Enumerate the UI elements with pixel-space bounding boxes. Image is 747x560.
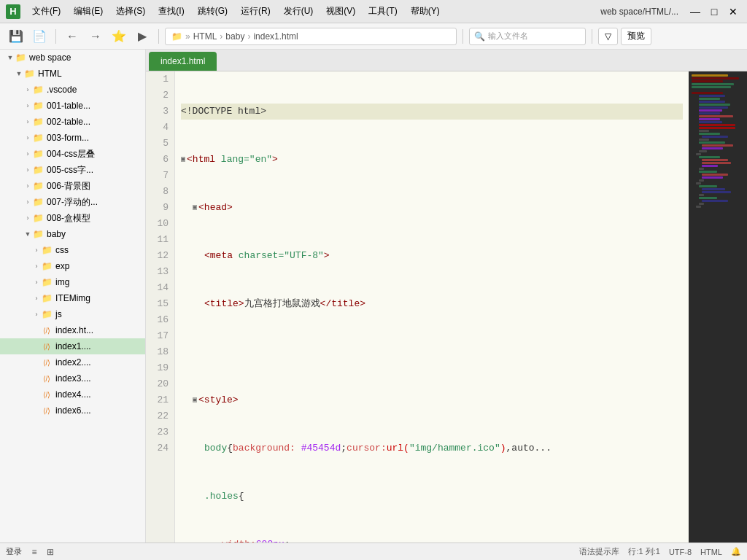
- menu-item[interactable]: 视图(V): [320, 4, 361, 19]
- breadcrumb-baby[interactable]: baby: [225, 31, 244, 42]
- preview-button[interactable]: 预览: [621, 28, 651, 45]
- maximize-button[interactable]: □: [706, 4, 722, 20]
- sidebar-item-index[interactable]: › ⟨/⟩ index.ht...: [0, 322, 145, 338]
- menu-item[interactable]: 运行(R): [235, 4, 276, 19]
- sidebar-item-index1[interactable]: › ⟨/⟩ index1....: [0, 338, 145, 354]
- new-file-button[interactable]: 📄: [29, 26, 50, 47]
- sidebar-label-img: img: [55, 277, 69, 287]
- folder-icon: 📁: [32, 212, 44, 224]
- sidebar-item-css[interactable]: › 📁 css: [0, 242, 145, 258]
- folder-icon: 📁: [41, 260, 53, 272]
- sidebar-item-003[interactable]: › 📁 003-form...: [0, 130, 145, 146]
- folder-icon: 📁: [32, 132, 44, 144]
- login-button[interactable]: 登录: [6, 546, 22, 557]
- menu-item[interactable]: 工具(T): [363, 4, 403, 19]
- sidebar-item-index2[interactable]: › ⟨/⟩ index2....: [0, 354, 145, 370]
- toolbar-separator-4: [592, 29, 592, 44]
- sidebar-item-js[interactable]: › 📁 js: [0, 306, 145, 322]
- sidebar-item-005[interactable]: › 📁 005-css字...: [0, 162, 145, 178]
- sidebar-label-001: 001-table...: [47, 101, 90, 111]
- cursor-position: 行:1 列:1: [628, 546, 659, 557]
- tree-expand-icon: ›: [23, 101, 32, 110]
- breadcrumb-html[interactable]: HTML: [193, 31, 217, 42]
- sidebar-label-index4: index4....: [55, 389, 91, 400]
- menu-item[interactable]: 编辑(E): [68, 4, 109, 19]
- folder-icon: 📁: [32, 196, 44, 208]
- sidebar-item-006[interactable]: › 📁 006-背景图: [0, 178, 145, 194]
- window-controls: — □ ✕: [687, 4, 741, 20]
- tree-expand-icon: ›: [23, 133, 32, 142]
- tree-expand-icon: ›: [23, 149, 32, 158]
- menu-item[interactable]: 文件(F): [26, 4, 66, 19]
- list-icon[interactable]: ≡: [28, 545, 41, 559]
- sidebar-item-001[interactable]: › 📁 001-table...: [0, 98, 145, 114]
- sidebar-label-008: 008-盒模型: [47, 212, 90, 225]
- sidebar-item-index4[interactable]: › ⟨/⟩ index4....: [0, 386, 145, 402]
- html-file-icon: ⟨/⟩: [41, 389, 53, 400]
- run-button[interactable]: ▶: [132, 26, 152, 47]
- sidebar-item-html[interactable]: ▼ 📁 HTML: [0, 66, 145, 82]
- sidebar-item-008[interactable]: › 📁 008-盒模型: [0, 210, 145, 226]
- status-icons: ≡ ⊞: [28, 545, 57, 559]
- sidebar-item-exp[interactable]: › 📁 exp: [0, 258, 145, 274]
- sidebar-label-index1: index1....: [55, 341, 91, 351]
- tree-expand-icon: ›: [23, 182, 32, 190]
- breadcrumb-file[interactable]: index1.html: [253, 31, 298, 42]
- code-line-2: ▣<html lang="en">: [181, 152, 683, 168]
- close-button[interactable]: ✕: [725, 4, 741, 20]
- sidebar-item-007[interactable]: › 📁 007-浮动的...: [0, 194, 145, 210]
- save-button[interactable]: 💾: [6, 26, 26, 47]
- sidebar-item-vscode[interactable]: › 📁 .vscode: [0, 82, 145, 98]
- menu-item[interactable]: 帮助(Y): [405, 4, 446, 19]
- back-button[interactable]: ←: [62, 26, 82, 47]
- tree-expand-icon: ▼: [6, 53, 15, 62]
- folder-icon: 📁: [32, 180, 44, 192]
- bookmark-button[interactable]: ⭐: [109, 26, 129, 47]
- sidebar-item-index3[interactable]: › ⟨/⟩ index3....: [0, 370, 145, 386]
- code-line-9: .holes{: [181, 489, 683, 505]
- sidebar-item-itemimg[interactable]: › 📁 ITEMimg: [0, 290, 145, 306]
- sidebar-item-baby[interactable]: ▼ 📁 baby: [0, 226, 145, 242]
- menu-item[interactable]: 发行(U): [278, 4, 320, 19]
- folder-icon: 📁: [41, 308, 53, 320]
- sidebar-item-002[interactable]: › 📁 002-table...: [0, 114, 145, 130]
- editor-tab-index1[interactable]: index1.html: [149, 52, 217, 71]
- tree-expand-icon: ›: [32, 310, 41, 319]
- menu-item[interactable]: 选择(S): [110, 4, 151, 19]
- menu-item[interactable]: 查找(I): [152, 4, 190, 19]
- folder-icon: 📁: [41, 276, 53, 288]
- code-line-5: <title>九宫格打地鼠游戏</title>: [181, 296, 683, 312]
- code-line-10: width:600px;: [181, 537, 683, 542]
- code-line-8: body{background: #45454d;cursor:url("img…: [181, 440, 683, 456]
- sidebar: ▼ 📁 web space ▼ 📁 HTML › 📁 .vscode › 📁 0…: [0, 50, 146, 542]
- tree-expand-icon: ▼: [15, 69, 23, 78]
- minimap: [689, 71, 747, 542]
- code-content[interactable]: <!DOCTYPE html> ▣<html lang="en"> ▣<head…: [175, 71, 689, 542]
- toolbar-separator: [55, 29, 56, 44]
- status-left: 登录 ≡ ⊞: [6, 545, 570, 559]
- toolbar-separator-2: [158, 29, 159, 44]
- sidebar-label-baby: baby: [47, 229, 66, 239]
- notification-icon[interactable]: 🔔: [731, 547, 741, 556]
- sidebar-item-004[interactable]: › 📁 004-css层叠: [0, 146, 145, 162]
- sidebar-item-img[interactable]: › 📁 img: [0, 274, 145, 290]
- grid-icon[interactable]: ⊞: [44, 545, 57, 559]
- toolbar: 💾 📄 ← → ⭐ ▶ 📁 » HTML › baby › index1.htm…: [0, 23, 747, 50]
- minimize-button[interactable]: —: [687, 4, 703, 20]
- folder-icon: 📁: [32, 148, 44, 160]
- search-icon: 🔍: [474, 31, 485, 42]
- menu-item[interactable]: 跳转(G): [192, 4, 233, 19]
- sidebar-item-index6[interactable]: › ⟨/⟩ index6....: [0, 402, 145, 419]
- folder-icon: 📁: [41, 292, 53, 304]
- breadcrumb[interactable]: 📁 » HTML › baby › index1.html: [165, 28, 457, 45]
- folder-icon: 📁: [32, 116, 44, 128]
- status-bar: 登录 ≡ ⊞ 语法提示库 行:1 列:1 UTF-8 HTML 🔔: [0, 542, 747, 560]
- forward-button[interactable]: →: [85, 26, 106, 47]
- code-editor[interactable]: 1 2 3 4 5 6 7 8 9 10 11 12 13 14 15 16 1…: [146, 71, 747, 542]
- grammar-hint: 语法提示库: [579, 546, 619, 557]
- sidebar-root-webspace[interactable]: ▼ 📁 web space: [0, 50, 145, 66]
- filter-button[interactable]: ▽: [598, 28, 618, 45]
- tree-expand-icon: ›: [32, 262, 41, 271]
- tree-expand-icon: ›: [23, 198, 32, 206]
- sidebar-label-006: 006-背景图: [47, 180, 90, 192]
